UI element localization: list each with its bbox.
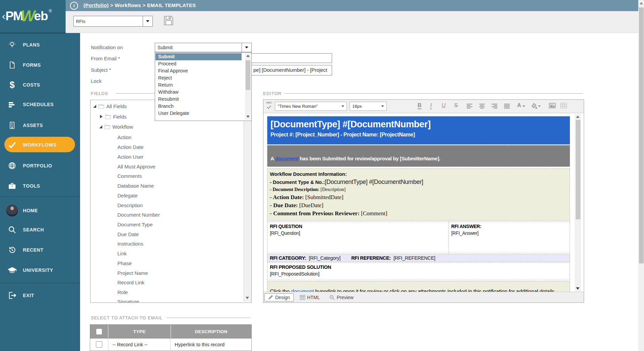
select-all-checkbox[interactable] — [96, 328, 102, 335]
option-return[interactable]: Return — [155, 82, 242, 89]
tree-item-link[interactable]: Link — [117, 250, 127, 257]
sidebar-item-tools[interactable]: TOOLS — [0, 179, 80, 193]
tree-item-action-date[interactable]: Action Date — [117, 143, 144, 150]
underline-button[interactable]: U — [442, 102, 446, 108]
scroll-down-icon[interactable] — [246, 297, 249, 299]
sidebar-item-search[interactable]: SEARCH — [0, 223, 80, 236]
tree-item-all-must-approve[interactable]: All Must Approve — [117, 163, 155, 170]
save-button[interactable] — [163, 14, 175, 28]
highlight-color-button[interactable] — [531, 103, 537, 110]
scroll-down-icon[interactable] — [576, 287, 579, 290]
align-left-icon[interactable] — [467, 104, 472, 108]
info-icon[interactable]: i — [70, 2, 78, 10]
chevron-down-icon — [342, 105, 344, 107]
insert-table-button[interactable] — [560, 103, 567, 110]
sidebar-item-home[interactable]: HOME — [0, 204, 80, 217]
tree-item-fields[interactable]: Fields — [100, 113, 127, 120]
fields-tree-scrollbar[interactable] — [244, 100, 251, 302]
tree-item-delegate[interactable]: Delegate — [117, 192, 138, 199]
tree-item-database-name[interactable]: Database Name — [117, 182, 154, 189]
tree-item-document-type[interactable]: Document Type — [117, 221, 153, 228]
sidebar-item-assets[interactable]: ASSETS — [0, 119, 80, 132]
insert-image-button[interactable] — [549, 103, 556, 110]
sidebar-item-workflows[interactable]: WORKFLOWS — [0, 138, 80, 152]
template-select[interactable]: RFIs — [73, 16, 153, 27]
font-color-dropdown-icon[interactable] — [523, 105, 525, 107]
option-branch[interactable]: Branch — [155, 103, 242, 110]
italic-button[interactable]: I — [430, 102, 432, 109]
notification-select-dropdown-button[interactable] — [242, 43, 251, 52]
sidebar-item-exit[interactable]: EXIT — [0, 289, 80, 302]
editor-scrollbar[interactable] — [575, 114, 581, 291]
template-select-dropdown-button[interactable] — [143, 16, 152, 26]
type-column-header[interactable]: TYPE — [108, 329, 171, 334]
option-reject[interactable]: Reject — [155, 74, 242, 82]
sidebar-item-forms[interactable]: FORMS — [0, 58, 80, 72]
description-column-header[interactable]: DESCRIPTION — [171, 329, 251, 334]
scrollbar-thumb[interactable] — [639, 7, 644, 263]
font-size-select[interactable]: 16px — [350, 102, 387, 111]
scroll-up-icon[interactable] — [246, 55, 250, 57]
collapse-icon[interactable] — [93, 105, 96, 108]
align-right-icon[interactable] — [492, 104, 497, 108]
scroll-up-icon[interactable] — [640, 2, 643, 4]
tab-design[interactable]: Design — [264, 293, 294, 301]
tree-item-comments[interactable]: Comments — [117, 172, 142, 179]
tree-item-phase[interactable]: Phase — [117, 260, 132, 266]
expand-icon[interactable] — [100, 115, 103, 118]
scrollbar-thumb[interactable] — [576, 120, 580, 219]
options-list-scrollbar[interactable] — [245, 53, 251, 120]
page-scrollbar[interactable] — [638, 0, 644, 351]
pencil-icon — [268, 295, 273, 300]
sidebar-item-schedules[interactable]: SCHEDULES — [0, 98, 80, 111]
tree-item-action-user[interactable]: Action User — [117, 153, 144, 160]
spellcheck-icon[interactable]: ABC — [266, 101, 272, 110]
tree-item-action[interactable]: Action — [117, 134, 132, 140]
rfi-reference-value: [RFI_REFERENCE] — [393, 255, 435, 261]
option-final-approve[interactable]: Final Approve — [155, 67, 242, 74]
tree-item-signature[interactable]: Signature — [117, 298, 139, 303]
tree-item-record-link[interactable]: Record Link — [117, 279, 144, 286]
tree-item-all-fields[interactable]: All Fields — [93, 103, 127, 109]
tree-item-due-date[interactable]: Due Date — [117, 231, 139, 237]
tree-item-document-number[interactable]: Document Number — [117, 211, 160, 218]
document-link[interactable]: document — [275, 156, 298, 161]
option-proceed[interactable]: Proceed — [155, 60, 242, 67]
sidebar-item-label: TOOLS — [23, 183, 40, 189]
editor-content-area[interactable]: [DocumentType] #[DocumentNumber] Project… — [263, 113, 583, 292]
scroll-up-icon[interactable] — [576, 116, 579, 118]
collapse-icon[interactable] — [99, 125, 102, 128]
tree-item-instructions[interactable]: Instructions — [117, 240, 143, 247]
option-submit[interactable]: Submit — [155, 53, 242, 60]
scrollbar-thumb[interactable] — [246, 60, 250, 90]
sidebar-item-university[interactable]: UNIVERSITY — [0, 263, 80, 277]
highlight-dropdown-icon[interactable] — [538, 105, 541, 107]
breadcrumb-portfolio-link[interactable]: (Portfolio) — [83, 2, 109, 8]
option-resubmit[interactable]: Resubmit — [155, 96, 242, 103]
notification-on-select[interactable]: Submit — [155, 43, 252, 52]
tab-preview[interactable]: Preview — [326, 294, 357, 301]
option-clipped[interactable] — [155, 117, 242, 120]
font-family-select[interactable]: "Times New Roman" — [275, 102, 347, 111]
justify-icon[interactable] — [504, 104, 510, 108]
tree-item-project-name[interactable]: Project Name — [117, 269, 148, 276]
sidebar-item-recent[interactable]: RECENT — [0, 243, 80, 257]
sidebar-item-plans[interactable]: PLANS — [0, 38, 80, 52]
align-center-icon[interactable] — [479, 104, 485, 108]
tree-item-description[interactable]: Description — [117, 202, 143, 209]
option-withdraw[interactable]: Withdraw — [155, 89, 242, 96]
sidebar-item-costs[interactable]: $ COSTS — [0, 78, 80, 92]
font-color-button[interactable]: A — [517, 102, 521, 108]
row-checkbox[interactable] — [96, 341, 102, 348]
scroll-down-icon[interactable] — [246, 116, 250, 118]
logo-block[interactable]: ‹ PM W eb ® — [0, 0, 66, 33]
tree-item-role[interactable]: Role — [117, 289, 128, 295]
html-grid-icon — [300, 295, 305, 300]
sidebar-item-portfolio[interactable]: PORTFOLIO — [0, 159, 80, 172]
tab-label: HTML — [307, 295, 320, 300]
tree-item-workflow[interactable]: Workflow — [99, 123, 133, 130]
strikethrough-button[interactable]: S — [454, 102, 458, 108]
option-user-delegate[interactable]: User Delegate — [155, 110, 242, 117]
bold-button[interactable]: B — [418, 102, 422, 109]
tab-html[interactable]: HTML — [296, 294, 323, 301]
